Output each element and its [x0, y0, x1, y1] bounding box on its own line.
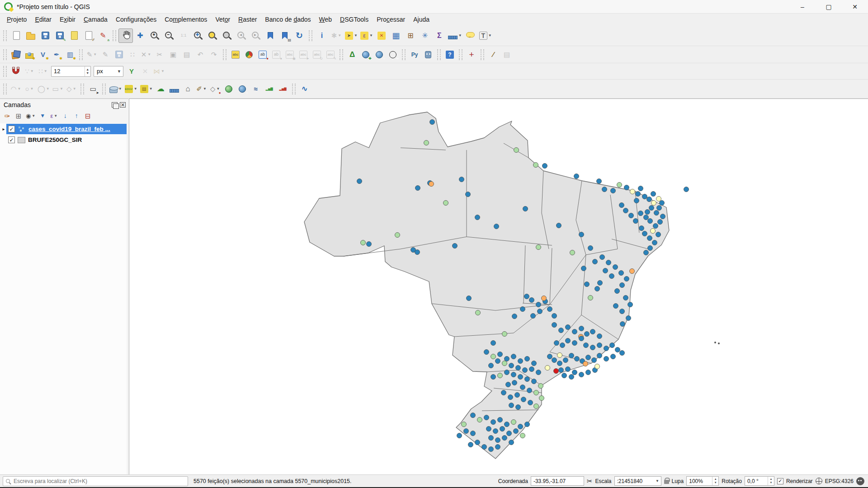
zoom-to-layer-button[interactable]: [220, 28, 234, 43]
float-panel-icon[interactable]: [112, 102, 118, 108]
python-console-button[interactable]: Py: [408, 48, 421, 61]
menu-ajuda[interactable]: Ajuda: [409, 14, 434, 24]
search-globe-plugin-button[interactable]: ○: [236, 82, 249, 96]
pin-polygon-plugin-button[interactable]: ◇●▼: [208, 82, 222, 96]
undo-button[interactable]: ↶: [193, 48, 207, 61]
circle-tool-button[interactable]: ○▼: [23, 82, 36, 96]
layer-labeling-button[interactable]: abc: [229, 48, 242, 61]
move-annotation-button[interactable]: ▭➤: [86, 82, 100, 96]
pan-to-selection-button[interactable]: ✚: [133, 28, 147, 43]
curve-plugin-button[interactable]: ≈: [249, 82, 263, 96]
menu-configurações[interactable]: Configurações: [112, 14, 160, 24]
new-project-button[interactable]: [9, 28, 24, 43]
identify-features-button[interactable]: i: [315, 28, 329, 43]
save-project-button[interactable]: [38, 28, 52, 43]
crs-globe-icon[interactable]: [816, 478, 822, 484]
show-bookmarks-button[interactable]: ▤: [278, 28, 292, 43]
filter-expression-button[interactable]: ε▼: [48, 110, 59, 121]
scale-combo[interactable]: :21451840 ▼: [614, 476, 661, 486]
collapse-all-button[interactable]: ↑: [71, 110, 82, 121]
pan-map-button[interactable]: [118, 28, 133, 43]
snapping-tolerance-input[interactable]: ▲▼: [51, 66, 91, 77]
menu-vetor[interactable]: Vetor: [211, 14, 234, 24]
database-tools-button[interactable]: ▼: [108, 82, 123, 96]
red-chart-plugin-button[interactable]: ▂▅▇: [276, 82, 290, 96]
menu-projeto[interactable]: Projeto: [3, 14, 31, 24]
new-bookmark-button[interactable]: [263, 28, 278, 43]
zoom-native-button[interactable]: 1:1: [176, 28, 191, 43]
enable-snapping-button[interactable]: [9, 65, 23, 78]
snapping-options-button[interactable]: ∷▼: [36, 65, 50, 78]
layer-visibility-checkbox[interactable]: ✓: [8, 136, 15, 143]
spin-arrows-icon[interactable]: ▲▼: [768, 477, 774, 485]
help-contents-button[interactable]: ?: [443, 48, 457, 61]
new-spatialite-layer-button[interactable]: ✒✱: [50, 48, 63, 61]
map-canvas[interactable]: [129, 99, 868, 474]
draw-plugin-button[interactable]: ✐▼: [195, 82, 208, 96]
menu-camada[interactable]: Camada: [80, 14, 112, 24]
bar-chart-plugin-button[interactable]: ▂▅▇: [263, 82, 276, 96]
new-print-layout-button[interactable]: [67, 28, 81, 43]
zoom-in-button[interactable]: +: [147, 28, 162, 43]
toggle-editing-button[interactable]: ✎: [99, 48, 112, 61]
menu-dsgtools[interactable]: DSGTools: [336, 14, 373, 24]
statistics-panel-button[interactable]: Σ: [432, 28, 447, 43]
zoom-out-button[interactable]: −: [162, 28, 176, 43]
menu-exibir[interactable]: Exibir: [56, 14, 80, 24]
blueprint-plugin-button[interactable]: ▤: [500, 48, 514, 61]
open-attribute-table-button[interactable]: ▦: [389, 28, 403, 43]
change-label-button[interactable]: abc✎: [324, 48, 337, 61]
manage-visibility-button[interactable]: ◉▼: [24, 110, 37, 121]
delta-plugin-button[interactable]: Δ: [345, 48, 359, 61]
extent-icon[interactable]: ✂: [587, 478, 593, 484]
minimize-button[interactable]: –: [789, 0, 816, 13]
cut-features-button[interactable]: ✂: [153, 48, 166, 61]
package-plugin-button[interactable]: ▤▼: [139, 82, 154, 96]
measure-plugin-button[interactable]: [168, 82, 181, 96]
crosshair-plugin-button[interactable]: +: [465, 48, 478, 61]
profile-tool-button[interactable]: ∿: [298, 82, 311, 96]
snapping-unit-select[interactable]: px▼: [94, 66, 123, 77]
snapping-mode-button[interactable]: ∵▼: [23, 65, 36, 78]
expand-all-button[interactable]: ↓: [60, 110, 71, 121]
menu-raster[interactable]: Raster: [234, 14, 261, 24]
home-plugin-button[interactable]: ⌂: [181, 82, 195, 96]
open-project-button[interactable]: [24, 28, 38, 43]
cloud-plugin-button[interactable]: ☁: [154, 82, 168, 96]
save-project-as-button[interactable]: ✎: [52, 28, 67, 43]
regular-polygon-tool-button[interactable]: ◇▼: [65, 82, 78, 96]
processing-toolbox-button[interactable]: ✳: [418, 28, 432, 43]
web-service-add-button[interactable]: ✚: [359, 48, 373, 61]
coordinate-input[interactable]: -33.95,-31.07: [531, 476, 584, 486]
close-button[interactable]: ✕: [842, 0, 868, 13]
layer-tree-item[interactable]: ▸✓cases_covid19_brazil_feb ...: [1, 124, 127, 134]
rectangle-tool-button[interactable]: ▭▼: [51, 82, 65, 96]
expand-icon[interactable]: ▸: [1, 127, 6, 131]
zoom-last-button[interactable]: ◂: [234, 28, 249, 43]
circle-arc-tool-button[interactable]: ◠▼: [9, 82, 23, 96]
avoid-overlap-button[interactable]: ⋈▼: [152, 65, 166, 78]
magnifier-spin[interactable]: 100% ▲▼: [686, 476, 719, 486]
open-layer-styling-button[interactable]: ✑: [2, 110, 13, 121]
add-group-button[interactable]: ⊞: [13, 110, 24, 121]
redo-button[interactable]: ↷: [207, 48, 221, 61]
menu-complementos[interactable]: Complementos: [160, 14, 211, 24]
run-feature-action-button[interactable]: ✱▼: [329, 28, 344, 43]
pin-unpin-labels-button[interactable]: ab●: [269, 48, 283, 61]
menu-editar[interactable]: Editar: [31, 14, 56, 24]
menu-banco-de-dados[interactable]: Banco de dados: [261, 14, 315, 24]
dsgtools-edgv-button[interactable]: EDGV▼: [123, 82, 139, 96]
green-globe-plugin-button[interactable]: [222, 82, 236, 96]
layer-diagram-button[interactable]: [242, 48, 256, 61]
ellipse-tool-button[interactable]: ◯▼: [36, 82, 51, 96]
rotate-label-button[interactable]: abc↻: [310, 48, 324, 61]
vertex-tool-button[interactable]: ✕▼: [139, 48, 153, 61]
save-layer-edits-button[interactable]: [112, 48, 126, 61]
lock-scale-icon[interactable]: [664, 480, 669, 484]
field-calculator-button[interactable]: ⊞: [403, 28, 418, 43]
current-edits-button[interactable]: ✎▼: [85, 48, 99, 61]
topological-editing-button[interactable]: Y: [125, 65, 138, 78]
rotation-spin[interactable]: 0,0 ° ▲▼: [745, 476, 774, 486]
highlight-pinned-labels-button[interactable]: ab●: [256, 48, 269, 61]
menu-processar[interactable]: Processar: [373, 14, 409, 24]
